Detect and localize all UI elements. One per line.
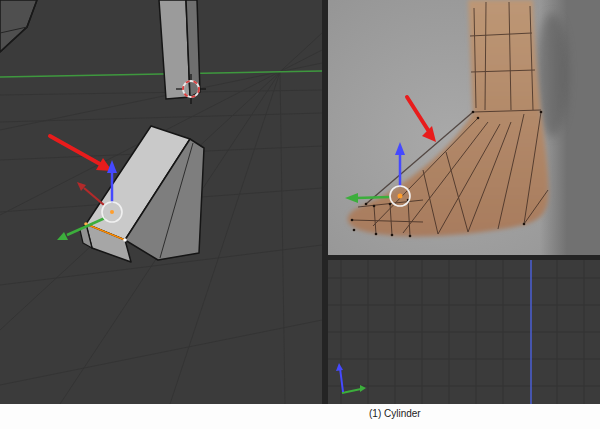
blender-window: (1) Cylinder bbox=[0, 0, 600, 429]
viewport-perspective[interactable] bbox=[0, 0, 322, 404]
viewport-perspective-canvas bbox=[0, 0, 322, 404]
viewport-shaded-canvas bbox=[328, 0, 600, 255]
origin-dot bbox=[398, 194, 403, 199]
axis-line-green bbox=[0, 71, 322, 77]
active-object-label: (1) Cylinder bbox=[369, 408, 421, 419]
status-bar: (1) Cylinder bbox=[0, 404, 600, 429]
annotation-arrow-icon bbox=[50, 136, 112, 171]
viewport-shaded-foot[interactable] bbox=[328, 0, 600, 255]
mesh-tall-block[interactable] bbox=[159, 0, 200, 99]
viewport-ortho-canvas bbox=[328, 260, 600, 404]
mesh-corner-object[interactable] bbox=[0, 0, 37, 52]
mesh-wedge-foot-blockout[interactable] bbox=[80, 126, 204, 262]
viewport-ortho[interactable] bbox=[328, 260, 600, 404]
